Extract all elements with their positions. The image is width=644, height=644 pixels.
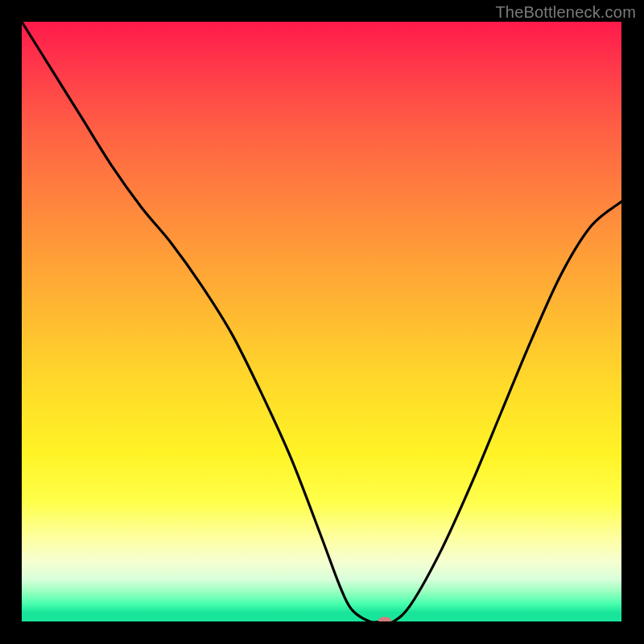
optimal-marker <box>378 617 391 622</box>
chart-frame: TheBottleneck.com <box>0 0 644 644</box>
plot-area <box>22 22 621 621</box>
watermark-text: TheBottleneck.com <box>495 3 636 22</box>
bottleneck-curve <box>22 22 621 621</box>
curve-svg <box>22 22 621 621</box>
